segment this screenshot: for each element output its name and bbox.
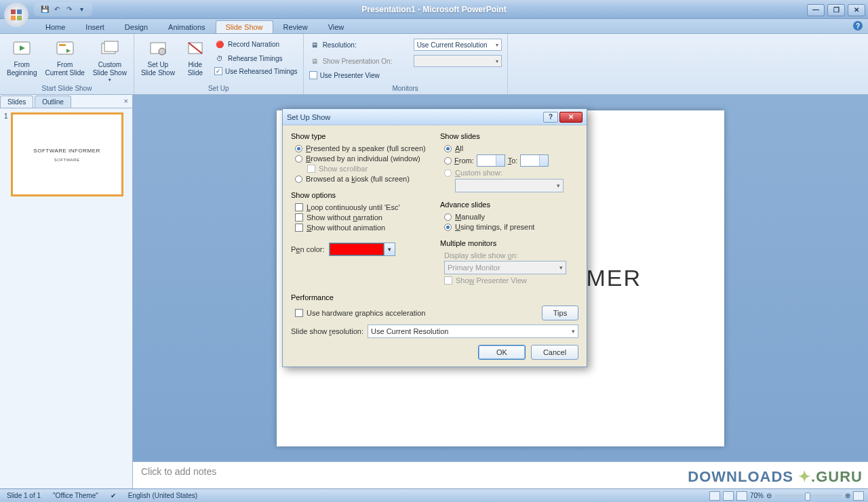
redo-icon[interactable]: ↷ [64,4,75,15]
monitor2-icon: 🖥 [309,56,320,66]
titlebar: 💾 ↶ ↷ ▾ Presentation1 - Microsoft PowerP… [0,0,868,19]
from-current-button[interactable]: From Current Slide [42,37,87,84]
status-theme[interactable]: "Office Theme" [50,492,101,499]
qat-dropdown-icon[interactable]: ▾ [76,4,87,15]
cancel-button[interactable]: Cancel [531,345,578,360]
rehearse-timings-button[interactable]: ⏱Rehearse Timings [213,52,299,64]
ribbon-tabs: Home Insert Design Animations Slide Show… [0,19,868,34]
radio-custom-show: Custom show: [444,169,578,177]
radio-icon [444,157,452,165]
setup-show-dialog: Set Up Show ? ✕ Show type Presented by a… [282,108,587,367]
play-icon [11,38,33,60]
radio-browsed-individual[interactable]: Browsed by an individual (window) [295,154,429,163]
checkbox-icon [295,224,303,232]
ribbon-group-monitors: 🖥Resolution:Use Current Resolution 🖥Show… [304,34,508,94]
zoom-out-button[interactable]: ⊖ [766,492,772,499]
radio-icon [444,224,452,231]
show-on-combo [414,55,502,67]
tab-review[interactable]: Review [273,20,318,33]
monitor-icon: 🖥 [309,39,320,50]
sidebar-tabs: Slides Outline × [0,95,132,108]
radio-manually[interactable]: Manually [444,213,578,221]
fit-button[interactable] [853,491,864,501]
undo-icon[interactable]: ↶ [52,4,62,15]
radio-all-slides[interactable]: All [444,144,578,152]
use-rehearsed-checkbox[interactable]: ✓Use Rehearsed Timings [213,66,299,76]
sidebar-close-icon[interactable]: × [124,97,128,105]
resolution-combo[interactable]: Use Current Resolution [414,39,502,51]
zoom-in-button[interactable]: ⊕ [845,492,850,499]
check-no-narration[interactable]: Show without narration [295,213,429,222]
radio-icon [295,145,302,152]
save-icon[interactable]: 💾 [39,4,50,15]
sidebar-tab-outline[interactable]: Outline [35,96,71,108]
chevron-down-icon: ▾ [384,243,395,255]
normal-view-button[interactable] [709,491,720,501]
spellcheck-icon[interactable]: ✔ [108,492,119,499]
tab-slide-show[interactable]: Slide Show [216,20,273,33]
radio-from-to[interactable]: From:To: [444,154,578,167]
monitor-combo: Primary Monitor [444,261,566,274]
dialog-close-button[interactable]: ✕ [559,112,583,123]
help-icon[interactable]: ? [853,21,863,30]
tab-home[interactable]: Home [35,20,75,33]
sidebar-tab-slides[interactable]: Slides [0,96,33,108]
show-presentation-on-row: 🖥Show Presentation On: [308,54,503,68]
radio-presented-speaker[interactable]: Presented by a speaker (full screen) [295,144,429,152]
thumb-row: 1 SOFTWARE INFORMER SOFTWARE [4,112,128,196]
tips-button[interactable]: Tips [542,306,578,320]
slide-thumbnail[interactable]: SOFTWARE INFORMER SOFTWARE [11,112,123,196]
radio-icon [444,145,452,152]
svg-rect-5 [104,41,118,51]
check-show-scrollbar: Show scrollbar [307,165,429,173]
check-presenter-view: Show Presenter View [444,276,578,285]
status-language[interactable]: English (United States) [125,492,200,499]
zoom-slider[interactable] [774,495,842,497]
setup-icon [147,38,169,60]
zoom-level[interactable]: 70% [750,492,764,499]
from-spinner[interactable] [477,154,505,167]
tab-insert[interactable]: Insert [75,20,115,33]
svg-rect-3 [59,44,66,46]
dialog-titlebar[interactable]: Set Up Show ? ✕ [283,109,587,125]
show-slides-label: Show slides [440,132,578,140]
presenter-view-checkbox[interactable]: Use Presenter View [308,70,503,80]
from-beginning-button[interactable]: From Beginning [4,37,39,84]
ribbon-group-start: From Beginning From Current Slide Custom… [0,34,134,94]
to-spinner[interactable] [520,154,549,167]
tab-animations[interactable]: Animations [158,20,215,33]
dialog-title: Set Up Show [287,113,330,121]
tab-view[interactable]: View [318,20,355,33]
ribbon: From Beginning From Current Slide Custom… [0,34,868,95]
hide-slide-button[interactable]: Hide Slide [180,37,210,84]
custom-slideshow-button[interactable]: Custom Slide Show▾ [90,37,130,84]
maximize-button[interactable]: ❐ [827,4,845,16]
radio-icon [295,175,302,183]
check-loop[interactable]: Loop continuously until 'Esc' [295,203,429,211]
check-hardware-accel[interactable]: Use hardware graphics acceleration [295,309,542,317]
close-button[interactable]: ✕ [848,4,865,16]
radio-browsed-kiosk[interactable]: Browsed at a kiosk (full screen) [295,175,429,183]
thumb-number: 1 [4,112,8,196]
svg-rect-2 [57,42,73,54]
slideshow-resolution-combo[interactable]: Use Current Resolution [368,325,578,338]
record-narration-button[interactable]: 🔴Record Narration [213,38,299,50]
tab-design[interactable]: Design [115,20,158,33]
office-button[interactable] [3,1,30,28]
radio-icon [444,169,452,177]
check-no-animation[interactable]: Show without animation [295,224,429,232]
window-controls: — ❐ ✕ [807,3,868,16]
slideshow-view-button[interactable] [736,491,747,501]
record-icon: 🔴 [214,39,225,49]
dialog-help-button[interactable]: ? [543,112,558,123]
group-label-setup: Set Up [138,84,299,93]
radio-using-timings[interactable]: Using timings, if present [444,223,578,231]
thumb-subtitle: SOFTWARE [54,158,80,162]
status-slide: Slide 1 of 1 [4,492,43,499]
ok-button[interactable]: OK [478,345,526,360]
pen-color-combo[interactable]: ▾ [329,243,395,256]
pen-color-label: Pen color: [291,245,325,253]
minimize-button[interactable]: — [807,4,825,16]
sorter-view-button[interactable] [723,491,734,501]
setup-slideshow-button[interactable]: Set Up Slide Show [138,37,178,84]
